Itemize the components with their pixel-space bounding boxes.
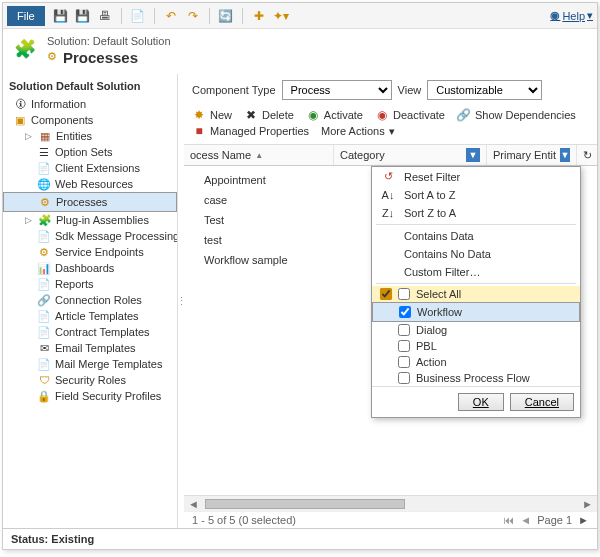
nav-security-roles[interactable]: 🛡Security Roles [3,372,177,388]
nav-mail-merge[interactable]: 📄Mail Merge Templates [3,356,177,372]
deactivate-button[interactable]: ◉Deactivate [375,108,445,122]
nav-dashboards[interactable]: 📊Dashboards [3,260,177,276]
file-menu-button[interactable]: File [7,6,45,26]
save-close-icon[interactable]: 💾 [75,8,91,24]
nav-field-security[interactable]: 🔒Field Security Profiles [3,388,177,404]
bpf-checkbox[interactable] [398,372,410,384]
nav-reports[interactable]: 📄Reports [3,276,177,292]
view-select[interactable]: Customizable [427,80,542,100]
cancel-button[interactable]: Cancel [510,393,574,411]
nav-contract-templates[interactable]: 📄Contract Templates [3,324,177,340]
actions-icon[interactable]: ✦▾ [273,8,289,24]
expand-icon[interactable]: ▷ [25,215,34,225]
activate-button[interactable]: ◉Activate [306,108,363,122]
ok-button[interactable]: OK [458,393,504,411]
scroll-right-icon[interactable]: ► [578,498,597,510]
nav-option-sets[interactable]: ☰Option Sets [3,144,177,160]
nav-web-resources[interactable]: 🌐Web Resources [3,176,177,192]
nav-processes[interactable]: ⚙Processes [3,192,177,212]
next-page-icon[interactable]: ► [578,514,589,526]
components-icon: ▣ [13,113,27,127]
nav-client-extensions[interactable]: 📄Client Extensions [3,160,177,176]
sdk-icon: 📄 [37,229,51,243]
top-toolbar: File 💾 💾 🖶 📄 ↶ ↷ 🔄 ✚ ✦▾ ◉ Help ▾ [3,3,597,29]
reset-filter[interactable]: ↺Reset Filter [372,167,580,186]
copy-icon[interactable]: 📄 [130,8,146,24]
delete-button[interactable]: ✖Delete [244,108,294,122]
help-link[interactable]: ◉ Help ▾ [550,9,593,22]
print-icon[interactable]: 🖶 [97,8,113,24]
first-page-icon[interactable]: ⏮ [503,514,514,526]
processes-icon: ⚙ [47,50,57,63]
filter-active-icon[interactable]: ▼ [466,148,480,162]
solution-icon: 🧩 [11,35,39,63]
sort-asc-icon: ▲ [255,151,263,160]
filter-workflow[interactable]: Workflow [372,302,580,322]
nav-email-templates[interactable]: ✉Email Templates [3,340,177,356]
command-bar: ✸New ✖Delete ◉Activate ◉Deactivate 🔗Show… [184,106,597,124]
scroll-thumb[interactable] [205,499,405,509]
component-type-select[interactable]: Process [282,80,392,100]
filter-bpf[interactable]: Business Process Flow [372,370,580,386]
sort-za[interactable]: Z↓Sort Z to A [372,204,580,222]
save-icon[interactable]: 💾 [53,8,69,24]
dialog-checkbox[interactable] [398,324,410,336]
filter-pbl[interactable]: PBL [372,338,580,354]
refresh-icon[interactable]: 🔄 [218,8,234,24]
select-all-checkbox[interactable] [398,288,410,300]
toolbar-separator [242,8,243,24]
nav-information[interactable]: 🛈Information [3,96,177,112]
redo-icon[interactable]: ↷ [185,8,201,24]
nav-sdk-steps[interactable]: 📄Sdk Message Processing S… [3,228,177,244]
page-title: Processes [63,49,138,66]
help-label: Help [562,10,585,22]
filter-action[interactable]: Action [372,354,580,370]
prev-page-icon[interactable]: ◄ [520,514,531,526]
workflow-checkbox[interactable] [399,306,411,318]
record-count: 1 - 5 of 5 (0 selected) [192,514,296,526]
show-dependencies-button[interactable]: 🔗Show Dependencies [457,108,576,122]
nav-connection-roles[interactable]: 🔗Connection Roles [3,292,177,308]
custom-filter[interactable]: Custom Filter… [372,263,580,281]
pbl-checkbox[interactable] [398,340,410,352]
sort-za-icon: Z↓ [380,207,396,219]
field-sec-icon: 🔒 [37,389,51,403]
chevron-down-icon: ▾ [587,9,593,22]
sort-az[interactable]: A↓Sort A to Z [372,186,580,204]
toolbar-separator [154,8,155,24]
add-icon[interactable]: ✚ [251,8,267,24]
report-icon: 📄 [37,277,51,291]
col-category[interactable]: Category▼ [334,145,487,165]
pager: 1 - 5 of 5 (0 selected) ⏮ ◄ Page 1 ► [184,511,597,528]
nav-plugin-assemblies[interactable]: ▷🧩Plug-in Assemblies [3,212,177,228]
managed-properties-button[interactable]: ■Managed Properties [192,124,309,138]
scroll-left-icon[interactable]: ◄ [184,498,203,510]
web-res-icon: 🌐 [37,177,51,191]
more-actions-button[interactable]: More Actions ▾ [321,125,395,138]
nav-components[interactable]: ▣Components [3,112,177,128]
expand-icon[interactable]: ▷ [25,131,34,141]
command-bar-2: ■Managed Properties More Actions ▾ [184,124,597,140]
popup-separator [376,283,576,284]
horizontal-scrollbar[interactable]: ◄ ► [184,495,597,511]
refresh-grid-button[interactable]: ↻ [577,149,597,162]
col-process-name[interactable]: ocess Name▲ [184,145,334,165]
filter-icon[interactable]: ▼ [560,148,570,162]
main-content: Component Type Process View Customizable… [184,74,597,528]
nav-service-endpoints[interactable]: ⚙Service Endpoints [3,244,177,260]
plugin-icon: 🧩 [38,213,52,227]
action-checkbox[interactable] [398,356,410,368]
contains-data[interactable]: Contains Data [372,227,580,245]
connection-icon: 🔗 [37,293,51,307]
new-button[interactable]: ✸New [192,108,232,122]
sort-az-icon: A↓ [380,189,396,201]
nav-entities[interactable]: ▷▦Entities [3,128,177,144]
filter-dialog[interactable]: Dialog [372,322,580,338]
undo-icon[interactable]: ↶ [163,8,179,24]
select-all-highlight-checkbox[interactable] [380,288,392,300]
contains-no-data[interactable]: Contains No Data [372,245,580,263]
navigation-tree: Solution Default Solution 🛈Information ▣… [3,74,178,528]
nav-article-templates[interactable]: 📄Article Templates [3,308,177,324]
col-primary-entity[interactable]: Primary Entit▼ [487,145,577,165]
filter-select-all[interactable]: Select All [372,286,580,302]
